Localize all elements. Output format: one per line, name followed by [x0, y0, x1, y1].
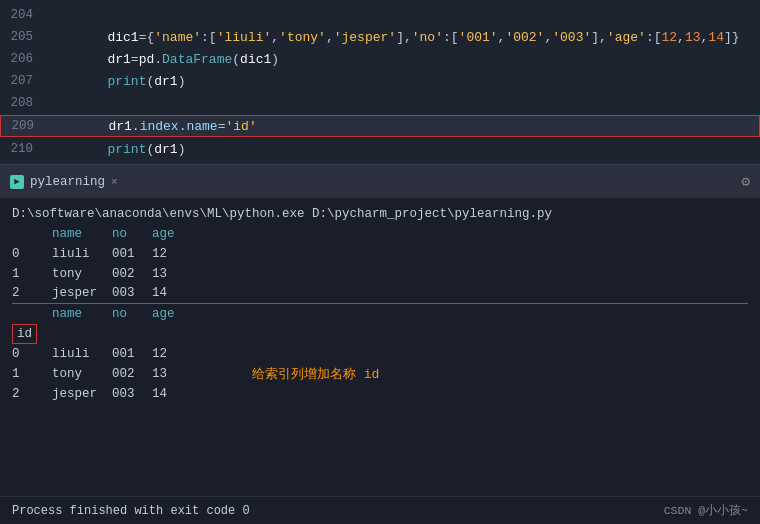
output2-row-0: 0 liuli 001 12 — [12, 344, 748, 364]
data2-002: 002 — [112, 367, 152, 381]
output-header-1: name no age — [12, 224, 748, 244]
output2-row-2: 2 jesper 003 14 — [12, 384, 748, 404]
data-001: 001 — [112, 247, 152, 261]
data-003: 003 — [112, 286, 152, 300]
terminal-body: D:\software\anaconda\envs\ML\python.exe … — [0, 198, 760, 496]
terminal-tab-name: pylearning — [30, 175, 105, 189]
data2-12: 12 — [152, 347, 192, 361]
data2-13: 13 — [152, 367, 192, 381]
data2-001: 001 — [112, 347, 152, 361]
line-number: 209 — [1, 119, 46, 133]
id-box: id — [12, 324, 37, 344]
annotation-text: 给索引列增加名称 id — [252, 365, 379, 383]
data2-jesper: jesper — [52, 387, 112, 401]
data2-14: 14 — [152, 387, 192, 401]
data2-tony: tony — [52, 367, 112, 381]
line-number: 208 — [0, 96, 45, 110]
line-number: 207 — [0, 74, 45, 88]
empty-line — [12, 404, 748, 424]
terminal-tab-icon: ▶ — [10, 175, 24, 189]
col-name-2: name — [52, 307, 112, 321]
col-name: name — [52, 227, 112, 241]
id-label-row: id — [12, 324, 748, 344]
col-age: age — [152, 227, 192, 241]
data2-liuli: liuli — [52, 347, 112, 361]
terminal-tab-close[interactable]: × — [111, 176, 118, 188]
code-content: print(dr1) — [45, 59, 185, 104]
terminal-tab[interactable]: ▶ pylearning × — [10, 175, 118, 189]
terminal-path-line: D:\software\anaconda\envs\ML\python.exe … — [12, 204, 748, 224]
col-age-2: age — [152, 307, 192, 321]
output2-row-1: 1 tony 002 13 给索引列增加名称 id — [12, 364, 748, 384]
col-no: no — [112, 227, 152, 241]
data2-003: 003 — [112, 387, 152, 401]
line-number: 204 — [0, 8, 45, 22]
csdn-credit: CSDN @小小孩~ — [664, 503, 748, 518]
data-tony: tony — [52, 267, 112, 281]
code-line-210: 210 print(dr1) — [0, 138, 760, 160]
gear-icon[interactable]: ⚙ — [742, 173, 750, 190]
col-no-2: no — [112, 307, 152, 321]
app-container: 204 205 dic1={'name':['liuli','tony','je… — [0, 0, 760, 524]
line-number: 210 — [0, 142, 45, 156]
line-number: 206 — [0, 52, 45, 66]
line-number: 205 — [0, 30, 45, 44]
output-row-1: 1 tony 002 13 — [12, 264, 748, 284]
output-row-0: 0 liuli 001 12 — [12, 244, 748, 264]
data-liuli: liuli — [52, 247, 112, 261]
output-header-2: name no age — [12, 304, 748, 324]
data-002: 002 — [112, 267, 152, 281]
data-jesper: jesper — [52, 286, 112, 300]
editor-area: 204 205 dic1={'name':['liuli','tony','je… — [0, 0, 760, 164]
code-line-207: 207 print(dr1) — [0, 70, 760, 92]
data-14: 14 — [152, 286, 192, 300]
bottom-bar: Process finished with exit code 0 CSDN @… — [0, 496, 760, 524]
data-12: 12 — [152, 247, 192, 261]
terminal-path: D:\software\anaconda\envs\ML\python.exe … — [12, 207, 552, 221]
data-13: 13 — [152, 267, 192, 281]
footer-text: Process finished with exit code 0 — [12, 504, 250, 518]
code-content: print(dr1) — [45, 127, 185, 172]
output-row-2-sep: 2 jesper 003 14 — [12, 284, 748, 304]
